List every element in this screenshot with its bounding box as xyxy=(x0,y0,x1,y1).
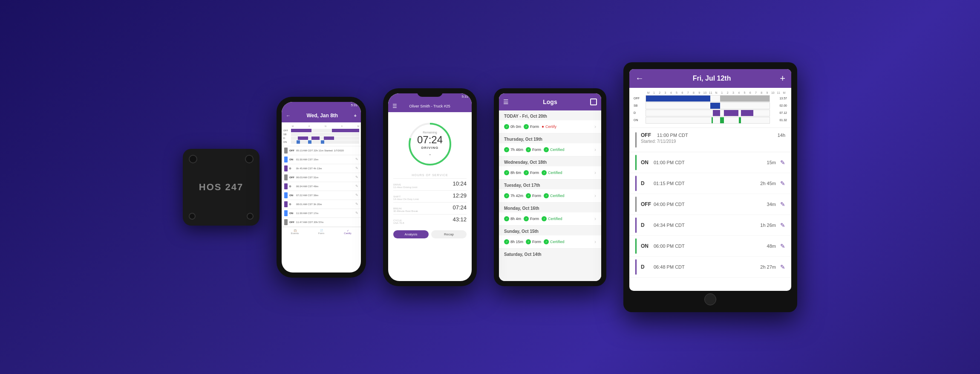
check-icon: ✓ xyxy=(542,170,547,175)
hos-header: HOURS OF SERVICE xyxy=(393,174,467,177)
certify-label: Certify xyxy=(344,232,351,235)
log-list-item-0[interactable]: ✓ 0h 0m ✓ Form ● Certify › xyxy=(499,120,601,133)
hours-value-3: 7h 42m xyxy=(510,194,523,198)
log-list-item-5[interactable]: ✓ 8h 15m ✓ Form ✓ Certified › xyxy=(499,235,601,249)
log-list-item-4[interactable]: ✓ 8h 4m ✓ Form ✓ Certified › xyxy=(499,212,601,226)
grid-row-sb: SB 02.00 xyxy=(634,102,787,109)
remaining-label: Remaining xyxy=(417,130,443,133)
log-entries-list: OFF 05:13 AM CDT 22h 11m Started: 1/7/20… xyxy=(282,146,361,227)
status-indicator xyxy=(284,210,288,216)
tab-events[interactable]: 📋 Events xyxy=(282,229,308,235)
certified-label-1: Certified xyxy=(550,148,565,152)
check-icon: ✓ xyxy=(544,147,549,152)
entry-color-bar xyxy=(635,132,637,148)
analysis-recap-buttons: Analysis Recap xyxy=(393,230,467,238)
check-icon: ✓ xyxy=(526,239,531,244)
status-indicator xyxy=(284,157,288,162)
edit-icon[interactable]: ✎ xyxy=(780,201,785,208)
edit-icon[interactable]: ✎ xyxy=(780,222,785,229)
edit-icon[interactable]: ✎ xyxy=(355,157,358,161)
chart-row-d: D xyxy=(283,136,359,140)
phone1-frame: 5:31 ← Wed, Jan 8th + M6N6M xyxy=(277,97,366,278)
plus-button[interactable]: + xyxy=(354,113,357,118)
hamburger-icon[interactable]: ☰ xyxy=(392,103,397,109)
drive-value: 10:24 xyxy=(453,180,467,187)
certified-badge-4: ✓ Certified xyxy=(542,216,562,221)
certified-label-2: Certified xyxy=(548,171,562,175)
timer-inner: Remaining 07:24 DRIVING ⌄ xyxy=(417,130,443,157)
chart-row-off: OFF xyxy=(283,129,359,132)
log-group-header-0: TODAY - Fri, Oct 20th xyxy=(499,110,601,120)
analysis-button[interactable]: Analysis xyxy=(393,230,429,238)
hours-value-1: 7h 46m xyxy=(510,148,523,152)
log-info-4: ✓ 8h 4m ✓ Form ✓ Certified xyxy=(504,216,594,221)
drive-sub: 11-Hour Driving Limit xyxy=(393,186,417,188)
log-list-item-3[interactable]: ✓ 7h 42m ✓ Form ✓ Certified › xyxy=(499,189,601,203)
ipad-date-title: Fri, Jul 12th xyxy=(693,75,731,82)
home-button[interactable] xyxy=(704,293,716,305)
status-indicator xyxy=(284,183,288,189)
form-badge-5: ✓ Form xyxy=(526,239,541,244)
phone2-frame: 5:31 ☰ Oliver Smith - Truck #25 xyxy=(383,88,477,286)
entry-color-bar xyxy=(635,176,637,191)
tab-form[interactable]: 📄 Form xyxy=(308,229,334,235)
ipad-entry-0: OFF 11:00 PM CDT 14h Started: 7/11/2019 xyxy=(629,128,791,152)
break-value: 07:24 xyxy=(453,204,467,211)
log-info-2: ✓ 8h 6m ✓ Form ✓ Certified xyxy=(504,170,594,175)
ipad-screen: ← Fri, Jul 12th + M1234567891011N1234567… xyxy=(629,69,791,291)
check-icon: ✓ xyxy=(526,147,531,152)
edit-icon[interactable]: ✎ xyxy=(355,175,358,179)
cycle-value: 43:12 xyxy=(453,216,467,223)
edit-icon[interactable]: ✎ xyxy=(780,243,785,249)
tab-certify[interactable]: ✓ Certify xyxy=(334,229,361,235)
hours-value-0: 0h 0m xyxy=(510,125,521,129)
chevron-right-icon: › xyxy=(594,239,596,245)
certify-badge-0: ● Certify xyxy=(542,124,556,129)
circle-timer: Remaining 07:24 DRIVING ⌄ xyxy=(388,112,472,172)
form-badge-1: ✓ Form xyxy=(526,147,541,152)
off-note: Started: 7/11/2019 xyxy=(641,139,785,144)
form-label-3: Form xyxy=(532,194,541,198)
edit-icon[interactable]: ✎ xyxy=(355,211,358,215)
ipad-entry-5: ON 06:00 PM CDT 48m ✎ xyxy=(629,236,791,257)
cycle-sub: USA 70-8 xyxy=(393,222,404,224)
form-badge-4: ✓ Form xyxy=(524,216,539,221)
edit-icon[interactable]: ✎ xyxy=(355,184,358,188)
grid-track-sb xyxy=(646,102,770,109)
back-arrow[interactable]: ← xyxy=(286,113,291,118)
check-icon: ✓ xyxy=(526,193,531,198)
chevron-down-icon[interactable]: ⌄ xyxy=(417,149,443,157)
log-entry-2: D 0h 45 AM CST 4h 13m ✎ xyxy=(282,164,361,173)
check-icon: ✓ xyxy=(524,170,529,175)
edit-icon[interactable]: ✎ xyxy=(355,202,358,206)
phone1-status-bar: 5:31 xyxy=(282,102,361,109)
edit-icon[interactable]: ✎ xyxy=(355,166,358,170)
recap-button[interactable]: Recap xyxy=(431,230,467,238)
device-label: HOS 247 xyxy=(199,182,244,193)
calendar-icon[interactable] xyxy=(590,99,597,105)
form-label-2: Form xyxy=(530,171,539,175)
back-button[interactable]: ← xyxy=(635,73,644,83)
check-icon: ✓ xyxy=(544,193,549,198)
log-list-item-1[interactable]: ✓ 7h 46m ✓ Form ✓ Certified › xyxy=(499,143,601,157)
check-icon: ✓ xyxy=(504,193,509,198)
grid-row-d: D 07.12 xyxy=(634,110,787,116)
log-list-item-2[interactable]: ✓ 8h 6m ✓ Form ✓ Certified › xyxy=(499,166,601,180)
timer-time: 07:24 xyxy=(417,133,443,145)
hours-badge-2: ✓ 8h 6m xyxy=(504,170,521,175)
edit-icon[interactable]: ✎ xyxy=(780,180,785,187)
shift-stat: SHIFT 14-Hour On Duty Limit 12:29 xyxy=(393,190,467,202)
log-group-header-6: Saturday, Oct 14th xyxy=(499,249,601,258)
ipad-entry-2: D 01:15 PM CDT 2h 45m ✎ xyxy=(629,173,791,194)
edit-icon[interactable]: ✎ xyxy=(355,193,358,197)
log-entry-6: D 08:01 AM CST 3h 20m ✎ xyxy=(282,200,361,209)
log-entry-5: ON 07:22 AM CST 39m ✎ xyxy=(282,191,361,200)
edit-icon[interactable]: ✎ xyxy=(780,264,785,270)
edit-icon[interactable]: ✎ xyxy=(780,159,785,166)
ipad-content: ← Fri, Jul 12th + M1234567891011N1234567… xyxy=(629,69,791,291)
hamburger-icon[interactable]: ☰ xyxy=(503,99,509,105)
add-entry-button[interactable]: + xyxy=(780,73,785,84)
chart-row-sb: SB xyxy=(283,133,359,136)
entry-color-bar xyxy=(635,197,637,212)
status-indicator xyxy=(284,174,288,180)
